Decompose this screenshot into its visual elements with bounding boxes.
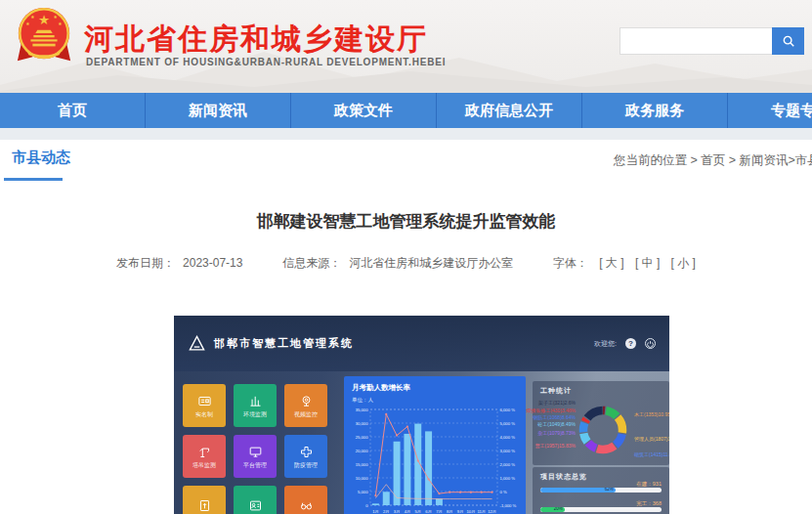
svg-text:0 %: 0 % bbox=[500, 490, 507, 494]
svg-text:月考勤人数增长率: 月考勤人数增长率 bbox=[351, 383, 411, 392]
svg-text:12月: 12月 bbox=[488, 509, 496, 514]
svg-text:15,000: 15,000 bbox=[356, 462, 368, 467]
nav-item-4[interactable]: 政务服务 bbox=[582, 93, 728, 128]
progress-bar-track: 62% bbox=[540, 488, 662, 493]
article: 邯郸建设智慧工地管理系统提升监管效能 发布日期：2023-07-13 信息来源：… bbox=[0, 181, 812, 272]
svg-text:-1,000 %: -1,000 % bbox=[500, 503, 517, 508]
dashboard-tile-塔吊监测: 塔吊监测 bbox=[183, 435, 226, 478]
svg-text:3,000 %: 3,000 % bbox=[500, 449, 516, 453]
donut-label: 木工(1353)10.95% bbox=[634, 412, 669, 417]
progress-percent: 62% bbox=[605, 488, 616, 493]
svg-text:25,000: 25,000 bbox=[356, 435, 368, 440]
svg-text:30,000: 30,000 bbox=[356, 421, 368, 426]
svg-text:11月: 11月 bbox=[477, 509, 486, 514]
svg-text:★: ★ bbox=[25, 21, 30, 26]
project-status-label: 完工：368 bbox=[636, 500, 662, 507]
svg-text:★: ★ bbox=[53, 15, 58, 20]
nav-item-5[interactable]: 专题专栏 bbox=[728, 93, 812, 128]
svg-text:★: ★ bbox=[30, 15, 35, 20]
tile-label: 防疫管理 bbox=[294, 462, 318, 468]
publish-date: 2023-07-13 bbox=[183, 256, 242, 270]
svg-text:1,000 %: 1,000 % bbox=[500, 476, 516, 481]
search-bar bbox=[620, 27, 804, 55]
dashboard-tile-row3-7 bbox=[234, 486, 277, 514]
glasses-icon bbox=[299, 498, 314, 513]
help-icon: ? bbox=[625, 338, 636, 349]
donut-label: 普工(1957)15.83% bbox=[535, 444, 576, 449]
article-title: 邯郸建设智慧工地管理系统提升监管效能 bbox=[0, 181, 812, 233]
svg-text:10月: 10月 bbox=[466, 509, 475, 514]
nav-item-3[interactable]: 政府信息公开 bbox=[437, 93, 582, 128]
svg-text:★: ★ bbox=[58, 21, 63, 26]
font-size-small-button[interactable]: [ 小 ] bbox=[671, 256, 696, 270]
dashboard-tile-实名制: 实名制 bbox=[183, 384, 226, 427]
attendance-growth-chart: 月考勤人数增长率单位：人-1,000 %0 %1,000 %2,000 %3,0… bbox=[344, 376, 526, 514]
svg-text:4,000 %: 4,000 % bbox=[500, 435, 516, 440]
tile-label: 塔吊监测 bbox=[192, 462, 216, 468]
source-value: 河北省住房和城乡建设厅办公室 bbox=[349, 256, 513, 270]
site-subtitle: DEPARTMENT OF HOUSING&URBAN-RURAL DEVELO… bbox=[86, 57, 446, 67]
donut-label: 砼工(1049)8.49% bbox=[537, 422, 576, 427]
svg-text:7月: 7月 bbox=[436, 509, 443, 514]
hoist-icon bbox=[197, 498, 212, 513]
project-status-label: 在建：931 bbox=[636, 481, 662, 488]
font-size-label: 字体： bbox=[553, 256, 588, 270]
publish-date-label: 发布日期： bbox=[116, 256, 175, 270]
svg-text:6,000 %: 6,000 % bbox=[500, 407, 516, 412]
project-status-title: 项目状态总览 bbox=[540, 472, 587, 482]
donut-label: 钢筋工(1068)8.64% bbox=[533, 415, 576, 420]
breadcrumb-bar: 市县动态 您当前的位置 > 首页 > 新闻资讯>市县动态 bbox=[0, 140, 812, 181]
nav-item-0[interactable]: 首页 bbox=[0, 93, 146, 128]
nav-item-1[interactable]: 新闻资讯 bbox=[146, 93, 291, 128]
donut-label: 管理人员(1807)14.62% bbox=[634, 437, 669, 442]
article-image-smart-site-dashboard[interactable]: 实名制环境监测视频监控塔吊监测平台管理防疫管理 月考勤人数增长率单位：人-1,0… bbox=[174, 316, 669, 514]
id-card-icon bbox=[197, 394, 212, 408]
svg-text:1月: 1月 bbox=[372, 509, 379, 514]
dashboard-tile-row3-8 bbox=[284, 486, 327, 514]
svg-text:10,000: 10,000 bbox=[356, 476, 368, 481]
svg-text:0: 0 bbox=[365, 503, 368, 508]
bar-chart-icon bbox=[248, 394, 263, 408]
dashboard-header: 邯郸市智慧工地管理系统 欢迎您: ? bbox=[174, 316, 669, 371]
progress-percent: 20% bbox=[554, 507, 565, 512]
svg-text:6月: 6月 bbox=[425, 509, 432, 514]
font-size-large-button[interactable]: [ 大 ] bbox=[599, 256, 623, 270]
svg-text:2月: 2月 bbox=[383, 509, 390, 514]
main-nav: 首页新闻资讯政策文件政府信息公开政务服务专题专栏 bbox=[0, 93, 812, 128]
tile-label: 视频监控 bbox=[294, 411, 318, 417]
medical-cross-icon bbox=[299, 445, 314, 459]
job-type-stats-panel: 工种统计 架子工(321)2.6%木工(1353)10.95%管理人员(1807… bbox=[533, 381, 669, 465]
subnav-strip bbox=[0, 128, 812, 140]
attendance-chart-panel: 月考勤人数增长率单位：人-1,000 %0 %1,000 %2,000 %3,0… bbox=[344, 376, 526, 514]
svg-text:★: ★ bbox=[38, 13, 50, 27]
site-title: 河北省住房和城乡建设厅 bbox=[84, 20, 428, 60]
monitor-icon bbox=[248, 445, 263, 459]
search-button[interactable] bbox=[772, 27, 804, 55]
dashboard-tile-视频监控: 视频监控 bbox=[284, 384, 327, 427]
dashboard-system-title: 邯郸市智慧工地管理系统 bbox=[214, 336, 354, 351]
site-header: ★ ★ ★ ★ ★ 河北省住房和城乡建设厅 DEPARTMENT OF HOUS… bbox=[0, 0, 812, 93]
svg-text:单位：人: 单位：人 bbox=[352, 397, 374, 403]
svg-text:35,000: 35,000 bbox=[356, 407, 368, 412]
dashboard-tile-平台管理: 平台管理 bbox=[234, 435, 277, 478]
svg-text:3月: 3月 bbox=[394, 509, 401, 514]
source-label: 信息来源： bbox=[282, 256, 341, 270]
search-input[interactable] bbox=[620, 27, 772, 55]
project-status-panel: 项目状态总览 在建：93162%完工：36820% bbox=[533, 467, 669, 514]
job-type-donut-chart bbox=[576, 403, 630, 457]
donut-label: 架子工(321)2.6% bbox=[538, 401, 576, 406]
svg-text:20,000: 20,000 bbox=[356, 449, 368, 453]
font-size-medium-button[interactable]: [ 中 ] bbox=[635, 256, 660, 270]
dashboard-tile-防疫管理: 防疫管理 bbox=[284, 435, 327, 478]
donut-label: 杂工(1079)8.73% bbox=[537, 431, 576, 436]
nav-item-2[interactable]: 政策文件 bbox=[291, 93, 437, 128]
breadcrumb-trail[interactable]: 您当前的位置 > 首页 > 新闻资讯>市县动态 bbox=[614, 152, 812, 169]
donut-label: 砌筑工(1415)11.45% bbox=[634, 452, 669, 457]
job-stats-title: 工种统计 bbox=[540, 386, 572, 396]
dashboard-tile-row3-6 bbox=[183, 486, 226, 514]
dashboard-tile-环境监测: 环境监测 bbox=[234, 384, 277, 427]
search-icon bbox=[782, 34, 795, 48]
tile-label: 实名制 bbox=[195, 411, 213, 417]
section-title[interactable]: 市县动态 bbox=[12, 149, 70, 167]
page: ★ ★ ★ ★ ★ 河北省住房和城乡建设厅 DEPARTMENT OF HOUS… bbox=[0, 0, 812, 514]
